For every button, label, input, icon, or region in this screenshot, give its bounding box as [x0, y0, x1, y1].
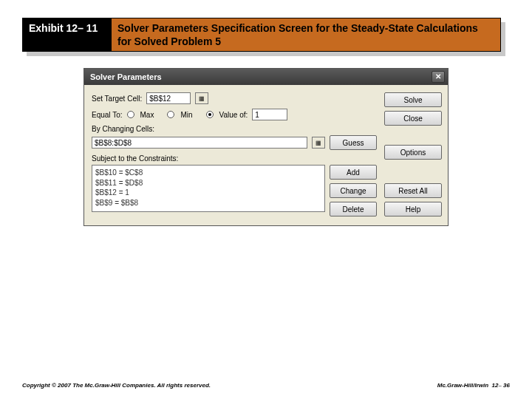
value-of-input[interactable]: 1: [252, 109, 287, 120]
slide-footer: Copyright © 2007 The Mc.Graw-Hill Compan…: [22, 382, 510, 389]
label-by-changing: By Changing Cells:: [92, 125, 377, 133]
exhibit-tag: Exhibit 12– 11: [23, 18, 112, 51]
constraint-row[interactable]: $B$11 = $D$8: [95, 178, 321, 188]
range-picker-icon[interactable]: ▦: [195, 92, 208, 104]
dialog-title: Solver Parameters: [90, 72, 162, 81]
range-picker-icon[interactable]: ▦: [312, 137, 325, 149]
slide-title: Solver Parameters Specification Screen f…: [112, 18, 500, 51]
label-equal-to: Equal To:: [92, 111, 123, 119]
constraint-row[interactable]: $B$9 = $B$8: [95, 198, 321, 208]
reset-all-button[interactable]: Reset All: [384, 183, 442, 198]
constraint-row[interactable]: $B$10 = $C$8: [95, 168, 321, 178]
radio-max[interactable]: [127, 111, 134, 118]
help-button[interactable]: Help: [384, 202, 442, 216]
solver-dialog: Solver Parameters ✕ Set Target Cell: $B$…: [83, 68, 449, 226]
dialog-titlebar[interactable]: Solver Parameters ✕: [84, 69, 448, 85]
label-min: Min: [180, 111, 192, 119]
delete-button[interactable]: Delete: [330, 202, 377, 216]
footer-right: Mc.Graw-Hill/Irwin 12– 36: [437, 382, 510, 389]
solve-button[interactable]: Solve: [384, 92, 442, 107]
header-bar: Exhibit 12– 11 Solver Parameters Specifi…: [22, 18, 501, 52]
radio-min[interactable]: [167, 111, 174, 118]
footer-page: 12– 36: [492, 382, 510, 389]
add-button[interactable]: Add: [330, 165, 377, 180]
change-button[interactable]: Change: [330, 183, 377, 198]
options-button[interactable]: Options: [384, 145, 442, 160]
close-icon[interactable]: ✕: [432, 71, 445, 83]
constraints-list[interactable]: $B$10 = $C$8 $B$11 = $D$8 $B$12 = 1 $B$9…: [92, 165, 325, 212]
slide-header: Exhibit 12– 11 Solver Parameters Specifi…: [22, 18, 504, 52]
target-cell-input[interactable]: $B$12: [146, 92, 191, 104]
footer-brand: Mc.Graw-Hill/Irwin: [437, 382, 488, 389]
radio-value-of[interactable]: [206, 111, 214, 118]
copyright-text: Copyright © 2007 The Mc.Graw-Hill Compan…: [22, 382, 211, 389]
constraint-row[interactable]: $B$12 = 1: [95, 188, 321, 198]
guess-button[interactable]: Guess: [330, 135, 377, 150]
label-set-target: Set Target Cell:: [92, 95, 142, 103]
changing-cells-input[interactable]: $B$8:$D$8: [92, 137, 307, 149]
label-value-of: Value of:: [219, 111, 248, 119]
label-constraints: Subject to the Constraints:: [92, 154, 377, 163]
close-button[interactable]: Close: [384, 111, 442, 126]
label-max: Max: [140, 111, 154, 119]
